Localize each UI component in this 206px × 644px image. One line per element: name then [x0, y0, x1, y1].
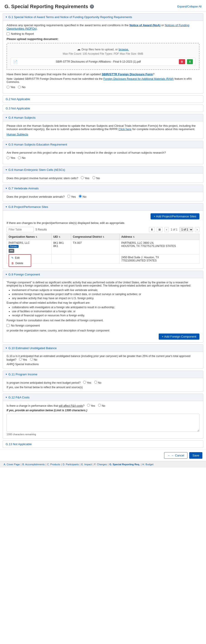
footer-impact[interactable]: E. Impact: [80, 462, 93, 466]
g6-yes-radio[interactable]: [81, 176, 84, 179]
g11-title: G.11 Program Income: [8, 372, 37, 376]
footer-cover-page[interactable]: A. Cover Page: [3, 462, 21, 466]
next-page-button[interactable]: ›: [195, 227, 199, 232]
section-g7-body: Does the project involve vertebrate anim…: [3, 192, 203, 201]
g11-yes-radio[interactable]: [83, 381, 86, 384]
g1-yes-radio[interactable]: [7, 86, 10, 88]
section-g6-header[interactable]: ▾ G.6 Human Embryonic Stem Cells (hESCs): [3, 166, 203, 174]
g9-bullet6: receipt of financial support or resource…: [12, 314, 199, 317]
browse-link[interactable]: browse.: [119, 48, 129, 51]
nothing-to-report-checkbox[interactable]: [7, 32, 10, 35]
g8-chevron: ▾: [6, 206, 7, 208]
g1-no-item: No: [18, 86, 26, 89]
g1-title: G.1 Special Notice of Award Terms and No…: [8, 15, 132, 19]
footer-products[interactable]: C. Products: [46, 462, 61, 466]
human-subjects-link[interactable]: Human Subjects: [7, 133, 28, 136]
g12-yes-radio[interactable]: [87, 404, 90, 407]
cloud-upload-icon: ☁: [77, 47, 81, 51]
delete-menu-item[interactable]: 🗑 Delete: [9, 260, 31, 266]
g9-bullet5: use of facilities or instrumentation at …: [12, 310, 199, 313]
g7-yes-label: Yes: [71, 195, 76, 198]
footer-changes[interactable]: F. Changes: [93, 462, 108, 466]
g12-question: Is there a change in performance sites t…: [7, 404, 199, 408]
g5-yes-radio[interactable]: [7, 156, 10, 159]
g10-yes-radio[interactable]: [19, 358, 22, 361]
col-congressional[interactable]: Congressional District ⇅: [71, 234, 119, 240]
g11-question: Is program income anticipated during the…: [7, 381, 199, 384]
save-button[interactable]: Save: [189, 452, 202, 459]
section-g11-header[interactable]: ▾ G.11 Program Income: [3, 371, 203, 378]
delete-file-button[interactable]: 🗑: [179, 59, 185, 64]
filter-table-input[interactable]: [7, 227, 34, 232]
download-file-button[interactable]: ⬇: [187, 59, 193, 64]
section-g7-header[interactable]: ▾ G.7 Vertebrate Animals: [3, 185, 203, 192]
expand-collapse-link[interactable]: Expand/Collapse All: [177, 5, 201, 8]
grid-view-button[interactable]: ⊞: [157, 227, 162, 232]
g12-if-yes-label: If yes, provide an explanation below (Li…: [7, 409, 199, 412]
section-g9-header[interactable]: ▾ G.9 Foreign Component: [3, 271, 203, 278]
upload-area[interactable]: ☁ Drop files here to upload, or browse. …: [7, 43, 199, 70]
g1-no-radio[interactable]: [18, 86, 21, 88]
nothing-to-report-label: Nothing to Report: [11, 32, 34, 36]
g8-instruction: If there are changes to the project/perf…: [7, 221, 199, 224]
section-g8-header[interactable]: ▾ G.8 Project/Performance Sites: [3, 203, 203, 210]
page-container: G. Special Reporting Requirements ? Expa…: [0, 0, 206, 644]
page-select[interactable]: 1 of 1: [179, 227, 193, 232]
g5-no-item: No: [18, 156, 26, 160]
add-foreign-component-button[interactable]: + Add Foreign Component: [159, 334, 199, 340]
footer-budget[interactable]: H. Budget: [141, 462, 154, 466]
help-icon[interactable]: ?: [90, 4, 94, 8]
page-title-text: G. Special Reporting Requirements: [5, 4, 88, 10]
section-g5-header[interactable]: ▾ G.5 Human Subjects Education Requireme…: [3, 141, 203, 148]
g11-chevron: ▾: [6, 373, 7, 376]
footer-special-reporting[interactable]: G. Special Reporting Req.: [108, 462, 141, 466]
g5-radio-group: Yes No: [7, 156, 199, 160]
section-g6: ▾ G.6 Human Embryonic Stem Cells (hESCs)…: [3, 166, 203, 183]
edit-menu-item[interactable]: ✎ Edit: [9, 255, 31, 260]
download-table-button[interactable]: ⬇: [149, 227, 155, 232]
ram-link[interactable]: Foreign Disclosure Request for Additiona…: [103, 77, 174, 80]
g5-no-radio[interactable]: [18, 156, 21, 159]
g4-click-here-link[interactable]: Click here: [118, 128, 131, 131]
section-g12-body: Is there a change in performance sites t…: [3, 401, 203, 438]
g6-no-radio[interactable]: [92, 176, 95, 179]
g3-title: G.3 Not Applicable: [6, 107, 30, 110]
g12-explanation-textarea[interactable]: [7, 414, 199, 432]
g7-no-radio[interactable]: [79, 195, 82, 198]
section-g13[interactable]: G.13 Not Applicable: [3, 440, 203, 448]
g10-title: G.10 Estimated Unobligated Balance: [8, 346, 57, 350]
noa-link[interactable]: Notice of Award (NoA): [129, 24, 160, 27]
disclosure-link[interactable]: SBIR/STTR Foreign Disclosure Form: [102, 72, 153, 76]
g10-no-radio[interactable]: [30, 358, 33, 361]
no-foreign-label: No foreign component: [11, 324, 40, 327]
cancel-arrow-icon: ←: [167, 454, 170, 457]
col-uei[interactable]: UEI ⇅: [51, 234, 71, 240]
footer-accomplishments[interactable]: B. Accomplishments: [21, 462, 46, 466]
col-address[interactable]: Address ⇅: [119, 234, 199, 240]
section-g4-header[interactable]: ▾ G.4 Human Subjects: [3, 114, 203, 121]
add-performance-site-button[interactable]: + Add Project/Performance Sites: [150, 213, 199, 220]
col-org-names[interactable]: Organization Names ⇅: [7, 234, 52, 240]
g10-no-label: No: [34, 358, 37, 361]
section-g1-header[interactable]: ▾ G.1 Special Notice of Award Terms and …: [3, 14, 203, 21]
row1-action-button[interactable]: •••: [9, 249, 14, 253]
section-g10-header[interactable]: ▾ G.10 Estimated Unobligated Balance: [3, 344, 203, 352]
section-g2[interactable]: G.2 Not Applicable: [3, 95, 203, 103]
g12-no-radio[interactable]: [98, 404, 101, 407]
g7-yes-radio[interactable]: [67, 195, 70, 198]
g11-no-radio[interactable]: [94, 381, 97, 384]
g9-or-text: or provide the organization name, countr…: [7, 329, 199, 332]
table-row: PARTNERS, LLC Primary ••• ✎ Edit: [7, 240, 199, 254]
no-foreign-checkbox[interactable]: [7, 324, 10, 327]
cancel-button[interactable]: ← ← Cancel: [164, 452, 188, 459]
g9-consultation-note: Foreign travel for consultation does not…: [7, 319, 199, 322]
section-g9-body: "Foreign component" is defined as signif…: [3, 278, 203, 342]
section-g3[interactable]: G.3 Not Applicable: [3, 104, 203, 112]
g7-radio-group: Yes No: [67, 195, 86, 198]
prev-page-button[interactable]: ‹: [164, 227, 169, 232]
nofo-link[interactable]: Notices of Funding Opportunities (NOFOs): [7, 24, 189, 30]
section-g12-header[interactable]: ▾ G.12 F&A Costs: [3, 394, 203, 401]
footer-participants[interactable]: D. Participants: [62, 462, 80, 466]
section-g12: ▾ G.12 F&A Costs Is there a change in pe…: [3, 394, 203, 438]
g9-bullet1: involvement of human subjects or researc…: [12, 288, 199, 292]
